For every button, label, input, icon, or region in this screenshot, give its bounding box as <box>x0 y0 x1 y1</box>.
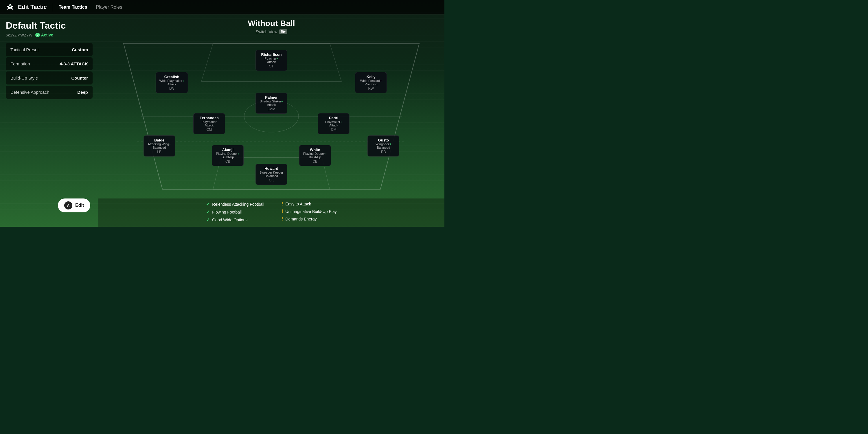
player-role: Shadow Striker+ <box>259 99 283 103</box>
player-pos: CM <box>321 128 346 132</box>
page-title: Edit Tactic <box>18 4 47 10</box>
tactic-code: 6kS?ZRfWZYW <box>6 33 32 37</box>
header-divider <box>53 3 53 11</box>
warn-icon-2: ! <box>281 209 283 214</box>
trait-text-1: Relentless Attacking Football <box>212 202 264 207</box>
trait-text-2: Flowing Football <box>212 210 242 214</box>
active-dot-icon <box>35 33 40 37</box>
player-pos: CB <box>216 159 240 163</box>
switch-view-label: Switch View <box>255 30 277 34</box>
trait-text-6: Demands Energy <box>285 217 316 221</box>
r-badge[interactable]: R▶ <box>279 29 287 34</box>
player-instruction: Build-Up <box>216 155 240 159</box>
player-role: Playing Deeper+ <box>216 152 240 155</box>
header: Edit Tactic Team Tactics Player Roles <box>0 0 444 14</box>
player-instruction: Roaming <box>359 83 383 86</box>
defensive-row[interactable]: Defensive Approach Deep <box>6 86 93 99</box>
edit-label: Edit <box>75 203 84 208</box>
check-icon-2: ✓ <box>206 209 210 215</box>
player-pos: GK <box>259 178 283 182</box>
player-name: Gusto <box>371 138 396 142</box>
player-role: Playmaker+ <box>321 120 346 124</box>
edit-button[interactable]: A Edit <box>58 198 90 212</box>
player-role: Wingback+ <box>371 142 396 146</box>
player-card-palmer[interactable]: Palmer Shadow Striker+ Attack CAM <box>255 93 287 114</box>
player-role: Sweeper Keeper <box>259 171 283 174</box>
defensive-label: Defensive Approach <box>10 90 49 95</box>
formation-label: Formation <box>10 61 30 66</box>
player-instruction: Attack <box>321 124 346 127</box>
nav-team-tactics[interactable]: Team Tactics <box>59 3 87 11</box>
header-nav: Team Tactics Player Roles <box>59 3 122 11</box>
player-name: Fernandes <box>197 116 221 120</box>
player-pos: RW <box>359 87 383 91</box>
player-name: Akanji <box>216 148 240 152</box>
player-card-gusto[interactable]: Gusto Wingback+ Balanced RB <box>368 135 399 157</box>
pitch-title: Without Ball <box>98 19 444 28</box>
player-instruction: Balanced <box>259 174 283 178</box>
player-card-grealish[interactable]: Grealish Wide Playmaker+ Attack LW <box>155 72 188 93</box>
player-instruction: Attack <box>159 83 184 86</box>
trait-item: ✓ Good Wide Options <box>206 217 264 222</box>
check-icon-1: ✓ <box>206 202 210 207</box>
buildup-value: Counter <box>71 75 88 81</box>
trait-item: ! Demands Energy <box>281 216 337 222</box>
tactical-preset-label: Tactical Preset <box>10 47 39 52</box>
player-instruction: Attack <box>259 103 283 106</box>
pitch-header: Without Ball Switch View R▶ <box>98 14 444 34</box>
pitch-field: Richarlison Poacher+ Attack ST Grealish … <box>116 37 427 195</box>
player-name: Richarlison <box>259 52 283 57</box>
player-instruction: Balanced <box>371 146 396 149</box>
player-role: Wide Forward+ <box>359 79 383 83</box>
edit-avatar: A <box>64 202 72 210</box>
player-instruction: Attack <box>259 60 283 64</box>
player-card-white[interactable]: White Playing Deeper+ Build-Up CB <box>299 145 331 166</box>
active-badge: Active <box>35 33 53 37</box>
player-name: White <box>303 148 327 152</box>
switch-view-row: Switch View R▶ <box>98 29 444 34</box>
trait-item: ✓ Relentless Attacking Football <box>206 202 264 207</box>
player-pos: CB <box>303 159 327 163</box>
player-card-kelly[interactable]: Kelly Wide Forward+ Roaming RW <box>355 72 387 93</box>
trait-text-3: Good Wide Options <box>212 218 247 222</box>
tactic-title: Default Tactic <box>6 20 93 31</box>
player-pos: ST <box>259 64 283 68</box>
active-label: Active <box>41 33 53 37</box>
player-card-fernandes[interactable]: Fernandes Playmaker Attack CM <box>193 113 225 134</box>
check-icon-3: ✓ <box>206 217 210 222</box>
trait-item: ! Easy to Attack <box>281 202 337 207</box>
player-pos: CAM <box>259 107 283 111</box>
player-role: Playing Deeper+ <box>303 152 327 155</box>
traits-area: ✓ Relentless Attacking Football ✓ Flowin… <box>98 198 444 227</box>
player-card-howard[interactable]: Howard Sweeper Keeper Balanced GK <box>255 164 287 185</box>
player-instruction: Build-Up <box>303 155 327 159</box>
player-pos: LW <box>159 87 184 91</box>
player-name: Palmer <box>259 95 283 99</box>
trait-item: ✓ Flowing Football <box>206 209 264 215</box>
player-instruction: Balanced <box>147 146 172 149</box>
buildup-row[interactable]: Build-Up Style Counter <box>6 71 93 85</box>
player-card-pedri[interactable]: Pedri Playmaker+ Attack CM <box>318 113 349 134</box>
tactic-rows: Tactical Preset Custom Formation 4-3-3 A… <box>6 43 93 99</box>
player-card-balde[interactable]: Balde Attacking Wing+ Balanced LB <box>144 135 175 157</box>
formation-row[interactable]: Formation 4-3-3 ATTACK <box>6 57 93 70</box>
pitch-area: Without Ball Switch View R▶ <box>98 14 444 227</box>
player-instruction: Attack <box>197 124 221 127</box>
player-card-richarlison[interactable]: Richarlison Poacher+ Attack ST <box>255 50 287 71</box>
nav-player-roles[interactable]: Player Roles <box>96 3 122 11</box>
player-card-akanji[interactable]: Akanji Playing Deeper+ Build-Up CB <box>212 145 244 166</box>
trait-item: ! Unimaginative Build-Up Play <box>281 209 337 214</box>
player-pos: CM <box>197 128 221 132</box>
positive-traits: ✓ Relentless Attacking Football ✓ Flowin… <box>206 202 264 222</box>
player-name: Pedri <box>321 116 346 120</box>
player-role: Wide Playmaker+ <box>159 79 184 83</box>
warn-icon-1: ! <box>281 202 283 207</box>
buildup-label: Build-Up Style <box>10 75 38 81</box>
player-role: Attacking Wing+ <box>147 142 172 146</box>
negative-traits: ! Easy to Attack ! Unimaginative Build-U… <box>281 202 337 222</box>
player-name: Balde <box>147 138 172 142</box>
tactical-preset-row[interactable]: Tactical Preset Custom <box>6 43 93 56</box>
player-role: Poacher+ <box>259 57 283 60</box>
player-pos: LB <box>147 150 172 154</box>
defensive-value: Deep <box>77 90 88 95</box>
